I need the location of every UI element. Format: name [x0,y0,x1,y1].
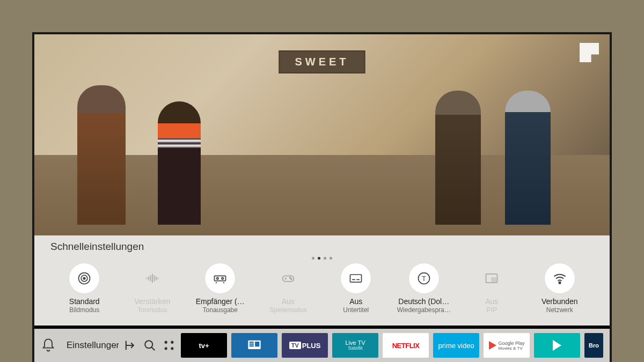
setting-audio-language[interactable]: TDeutsch (Dol…Wiedergabespra… [390,263,458,314]
subtitle-icon [340,263,371,294]
app-label: Google PlayMovies & TV [499,341,525,351]
tvplus-logo: TVPLUS [289,342,321,350]
setting-value: Verstärken [134,297,170,306]
setting-value: Empfänger (… [196,297,245,306]
tv-screen: SWEET Schnelleinstellungen StandardBildm… [32,32,612,362]
setting-value: Standard [69,297,100,306]
svg-rect-13 [492,278,496,282]
apps-grid-icon[interactable] [162,336,177,354]
language-icon: T [408,263,440,294]
setting-label: Bildmodus [69,306,99,314]
video-playback-area: SWEET [34,34,610,235]
play-triangle-icon [489,341,496,350]
app-label: Bro [589,342,599,349]
video-figure [77,85,126,225]
circles-icon [69,263,100,294]
svg-point-7 [289,277,290,278]
app-live-tv[interactable]: Live TVSatellit [332,333,378,358]
svg-point-2 [84,277,86,279]
pip-icon [476,263,507,294]
setting-game-mode[interactable]: AusSpielemodus [254,263,323,314]
svg-rect-3 [215,276,226,280]
settings-button[interactable]: Einstellungen [60,339,119,351]
svg-rect-9 [350,275,362,282]
app-media[interactable] [534,333,580,358]
quick-settings-panel: Schnelleinstellungen StandardBildmodusVe… [34,235,610,326]
panel-title: Schnelleinstellungen [50,241,594,253]
app-netflix[interactable]: NETFLIX [383,333,429,358]
app-apple-tv[interactable]: tv+ [181,333,227,358]
setting-picture-mode[interactable]: StandardBildmodus [50,263,119,314]
app-browser[interactable]: Bro [584,333,603,358]
page-dot [318,257,320,260]
svg-point-4 [217,277,219,279]
app-google-play[interactable]: Google PlayMovies & TV [484,333,530,358]
setting-label: Tonmodus [137,306,167,314]
setting-label: Tonausgabe [203,306,238,314]
set-sign: SWEET [279,50,365,73]
setting-label: Untertitel [343,306,369,314]
svg-point-8 [290,278,291,279]
video-figure [435,91,481,225]
play-icon [553,340,561,351]
svg-point-14 [559,282,560,284]
page-dot [324,257,326,260]
source-icon[interactable] [123,336,138,354]
guide-icon [247,338,262,353]
receiver-icon [204,263,236,294]
app-guide[interactable] [231,333,277,358]
setting-pip[interactable]: AusPIP [458,263,526,314]
search-icon[interactable] [142,336,157,354]
svg-text:T: T [422,275,426,283]
page-dot [312,257,314,260]
svg-point-5 [222,277,224,279]
wave-icon [137,263,168,294]
setting-value: Aus [485,297,498,306]
svg-rect-22 [250,342,254,343]
setting-label: Netzwerk [546,306,573,314]
setting-label: Wiedergabespra… [397,306,451,314]
svg-point-16 [145,341,152,348]
svg-point-18 [171,341,173,344]
svg-point-17 [165,341,167,344]
page-dot [330,257,332,260]
wifi-icon [544,263,575,294]
setting-value: Aus [349,297,362,306]
setting-sound-output[interactable]: Empfänger (…Tonausgabe [186,263,254,314]
gamepad-icon [273,263,304,294]
notifications-icon[interactable] [41,336,56,354]
svg-rect-23 [250,344,254,345]
settings-label: Einstellungen [67,340,119,351]
apple-tv-logo: tv+ [199,342,209,350]
setting-label: PIP [487,306,497,314]
setting-label: Spielemodus [269,306,306,314]
svg-point-19 [165,347,167,350]
video-figure [505,91,551,225]
svg-rect-24 [250,345,254,346]
launcher-row: Einstellungen tv+TVPLUSLive TVSatellitNE… [34,329,610,362]
app-label: NETFLIX [392,342,420,350]
svg-rect-25 [255,342,259,346]
app-tv-plus[interactable]: TVPLUS [282,333,328,358]
svg-point-20 [171,347,173,350]
app-label: prime video [438,342,474,350]
setting-value: Verbunden [541,297,578,306]
setting-value: Deutsch (Dol… [398,297,449,306]
page-indicator [50,257,594,260]
setting-subtitle[interactable]: AusUntertitel [322,263,390,314]
setting-sound-mode[interactable]: VerstärkenTonmodus [119,263,187,314]
video-figure [158,101,201,225]
app-prime-video[interactable]: prime video [433,333,479,358]
setting-value: Aus [282,297,295,306]
app-sublabel: Satellit [348,346,363,351]
setting-network[interactable]: VerbundenNetzwerk [526,263,594,314]
